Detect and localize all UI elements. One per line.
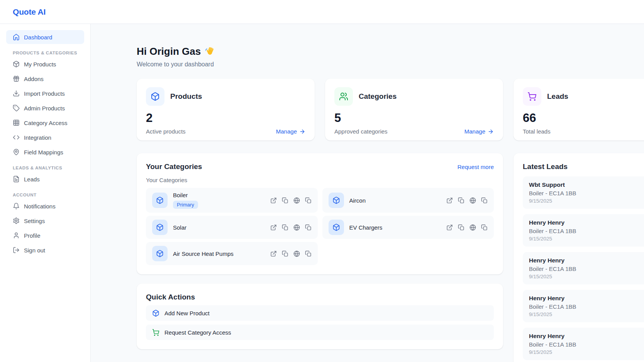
manage-categories-link[interactable]: Manage — [464, 128, 494, 135]
manage-link-label: Manage — [276, 128, 297, 135]
products-icon-chip — [146, 87, 164, 106]
package-icon — [152, 310, 159, 317]
category-name: Boiler — [173, 192, 198, 198]
package-icon — [156, 223, 164, 231]
copy-icon[interactable] — [282, 224, 288, 231]
lead-name: Henry Henry — [529, 257, 644, 264]
sidebar-item-my-products[interactable]: My Products — [6, 57, 84, 71]
copy-icon[interactable] — [305, 250, 312, 257]
external-link-icon[interactable] — [446, 224, 453, 231]
app-logo[interactable]: Quote AI — [13, 7, 46, 17]
globe-icon[interactable] — [293, 197, 300, 204]
package-icon — [332, 223, 340, 231]
latest-leads-title: Latest Leads — [523, 162, 644, 171]
sidebar-item-profile[interactable]: Profile — [6, 228, 84, 242]
stat-title: Products — [170, 92, 202, 101]
sidebar-item-dashboard[interactable]: Dashboard — [6, 30, 84, 44]
stat-value: 5 — [334, 112, 494, 124]
lead-card: Henry Henry Boiler - EC1A 1BB 9/15/2025 — [523, 252, 644, 284]
shopping-cart-icon — [152, 329, 159, 336]
sidebar-item-settings[interactable]: Settings — [6, 214, 84, 228]
copy-icon[interactable] — [458, 197, 464, 204]
sidebar: Dashboard PRODUCTS & CATEGORIES My Produ… — [0, 24, 91, 362]
category-row-ev-chargers: EV Chargers — [322, 216, 494, 239]
manage-link-label: Manage — [464, 128, 485, 135]
primary-badge: Primary — [173, 201, 198, 209]
external-link-icon[interactable] — [270, 224, 277, 231]
category-icon-chip — [152, 246, 168, 261]
copy-icon[interactable] — [282, 250, 288, 257]
lead-date: 9/15/2025 — [529, 198, 644, 204]
sidebar-item-admin-products[interactable]: Admin Products — [6, 101, 84, 115]
your-categories-panel: Your Categories Request more Your Catego… — [137, 153, 503, 274]
manage-products-link[interactable]: Manage — [276, 128, 305, 135]
leads-icon-chip — [523, 87, 541, 106]
package-icon — [332, 196, 340, 204]
globe-icon[interactable] — [293, 224, 300, 231]
stat-value: 66 — [523, 112, 644, 124]
your-categories-subtitle: Your Categories — [146, 177, 494, 183]
users-icon — [339, 92, 348, 101]
lead-detail: Boiler - EC1A 1BB — [529, 266, 644, 272]
stat-value: 2 — [146, 112, 305, 124]
sidebar-item-label: Dashboard — [24, 34, 52, 41]
package-icon — [156, 250, 164, 257]
add-new-product-button[interactable]: Add New Product — [146, 305, 494, 321]
stat-caption: Approved categories — [334, 128, 388, 135]
bell-icon — [13, 203, 20, 210]
external-link-icon[interactable] — [270, 250, 277, 257]
sidebar-item-sign-out[interactable]: Sign out — [6, 243, 84, 257]
copy-icon[interactable] — [305, 197, 312, 204]
user-icon — [13, 232, 20, 239]
lead-detail: Boiler - EC1A 1BB — [529, 190, 644, 196]
sidebar-item-field-mappings[interactable]: Field Mappings — [6, 145, 84, 159]
copy-icon[interactable] — [282, 197, 288, 204]
category-row-solar: Solar — [146, 216, 318, 239]
lead-card: Henry Henry Boiler - EC1A 1BB 9/15/2025 — [523, 290, 644, 322]
category-row-boiler: Boiler Primary — [146, 188, 318, 213]
sidebar-item-addons[interactable]: Addons — [6, 72, 84, 86]
external-link-icon[interactable] — [270, 197, 277, 204]
gift-icon — [13, 75, 20, 82]
sidebar-item-import-products[interactable]: Import Products — [6, 86, 84, 100]
sidebar-item-label: Field Mappings — [24, 149, 63, 156]
sidebar-item-label: My Products — [24, 61, 56, 68]
globe-icon[interactable] — [469, 224, 476, 231]
globe-icon[interactable] — [293, 250, 300, 257]
sidebar-item-label: Profile — [24, 232, 41, 239]
stat-caption: Active products — [146, 128, 186, 135]
copy-icon[interactable] — [305, 224, 312, 231]
request-more-link[interactable]: Request more — [458, 164, 494, 170]
sidebar-item-integration[interactable]: Integration — [6, 130, 84, 144]
top-header: Quote AI — [0, 0, 644, 24]
page-subtitle: Welcome to your dashboard — [137, 61, 644, 68]
sidebar-item-leads[interactable]: Leads — [6, 172, 84, 186]
external-link-icon[interactable] — [446, 197, 453, 204]
copy-icon[interactable] — [458, 224, 464, 231]
category-row-air-source-heat-pumps: Air Source Heat Pumps — [146, 242, 318, 265]
sidebar-section-products-categories: PRODUCTS & CATEGORIES — [13, 51, 84, 55]
shopping-cart-icon — [527, 92, 537, 101]
category-icon-chip — [329, 193, 344, 208]
stat-card-leads: Leads 66 Total leads — [514, 79, 644, 140]
waving-hand-icon — [205, 46, 215, 57]
sidebar-item-label: Settings — [24, 218, 45, 224]
stat-title: Categories — [359, 92, 397, 101]
sidebar-item-category-access[interactable]: Category Access — [6, 116, 84, 130]
copy-icon[interactable] — [481, 197, 488, 204]
request-category-access-button[interactable]: Request Category Access — [146, 325, 494, 340]
category-row-aircon: Aircon — [322, 188, 494, 213]
sidebar-item-label: Notifications — [24, 203, 56, 210]
sidebar-section-account: ACCOUNT — [13, 193, 84, 197]
log-out-icon — [13, 247, 20, 254]
code-icon — [13, 134, 20, 141]
globe-icon[interactable] — [469, 197, 476, 204]
copy-icon[interactable] — [481, 224, 488, 231]
category-name: Air Source Heat Pumps — [173, 250, 234, 257]
lead-detail: Boiler - EC1A 1BB — [529, 303, 644, 310]
lead-card: Henry Henry Boiler - EC1A 1BB 9/15/2025 — [523, 214, 644, 247]
sidebar-item-notifications[interactable]: Notifications — [6, 199, 84, 213]
quick-action-label: Request Category Access — [164, 329, 231, 336]
category-name: Solar — [173, 224, 186, 231]
lead-card: Wbt Support Boiler - EC1A 1BB 9/15/2025 — [523, 176, 644, 209]
